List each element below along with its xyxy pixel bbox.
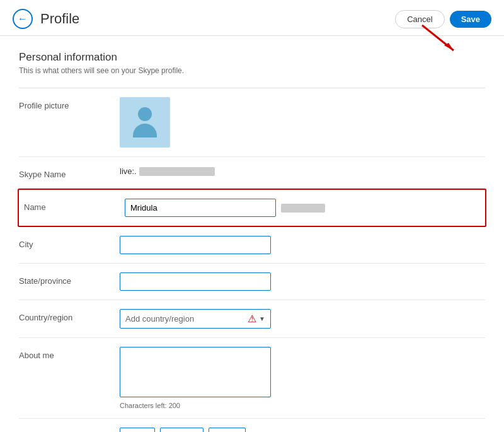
- person-icon: [133, 107, 157, 137]
- page-title: Profile: [40, 11, 395, 27]
- name-surname-blurred: [281, 204, 325, 213]
- warning-icon: ⚠: [248, 313, 256, 325]
- state-label: State/province: [19, 272, 120, 286]
- city-label: City: [19, 236, 120, 249]
- birthday-label: Birthday: [19, 428, 120, 432]
- birthday-month-select[interactable]: Month ▼: [160, 428, 203, 432]
- name-input[interactable]: [125, 199, 276, 217]
- char-count: Characters left: 200: [120, 402, 485, 409]
- skype-name-value: live:.: [120, 166, 485, 176]
- country-label: Country/region: [19, 309, 120, 322]
- about-label: About me: [19, 347, 120, 360]
- city-row: City: [19, 227, 485, 264]
- birthday-wrap: Day ▼ Month ▼ Year ▼: [120, 428, 485, 432]
- save-button[interactable]: Save: [450, 11, 491, 28]
- state-input[interactable]: [120, 272, 271, 291]
- profile-picture-row: Profile picture: [19, 88, 485, 157]
- name-value[interactable]: [125, 199, 480, 217]
- profile-picture-label: Profile picture: [19, 97, 120, 110]
- birthday-day-select[interactable]: Day ▼: [120, 428, 155, 432]
- city-value[interactable]: [120, 236, 485, 254]
- person-head: [138, 107, 152, 121]
- form-section: Profile picture Skype Name live:. Name: [19, 88, 485, 432]
- content-area: Personal information This is what others…: [0, 36, 504, 432]
- name-row: Name: [18, 189, 486, 227]
- about-value[interactable]: Characters left: 200: [120, 347, 485, 409]
- cancel-button[interactable]: Cancel: [395, 10, 444, 28]
- country-row: Country/region Add country/region ⚠ ▼: [19, 300, 485, 338]
- country-icons: ⚠ ▼: [248, 313, 265, 325]
- country-placeholder: Add country/region: [125, 314, 194, 324]
- city-input[interactable]: [120, 236, 271, 254]
- country-value[interactable]: Add country/region ⚠ ▼: [120, 309, 485, 329]
- state-value[interactable]: [120, 272, 485, 291]
- skype-name-blurred: [139, 167, 215, 176]
- country-dropdown-arrow: ▼: [259, 315, 265, 322]
- birthday-value: Day ▼ Month ▼ Year ▼: [120, 428, 485, 432]
- skype-name-text: live:.: [120, 163, 137, 180]
- page-header: ← Profile Cancel Save: [0, 0, 504, 36]
- birthday-year-select[interactable]: Year ▼: [209, 428, 246, 432]
- profile-picture-value[interactable]: [120, 97, 485, 148]
- person-body: [133, 124, 157, 137]
- country-select[interactable]: Add country/region ⚠ ▼: [120, 309, 271, 329]
- back-button[interactable]: ←: [13, 9, 33, 29]
- section-title: Personal information: [19, 51, 485, 64]
- header-actions: Cancel Save: [395, 10, 491, 28]
- section-subtitle: This is what others will see on your Sky…: [19, 66, 485, 75]
- skype-name-row: Skype Name live:.: [19, 157, 485, 189]
- about-textarea[interactable]: [120, 347, 271, 397]
- birthday-row: Birthday Day ▼ Month ▼ Year ▼: [19, 419, 485, 432]
- skype-name-label: Skype Name: [19, 166, 120, 179]
- about-row: About me Characters left: 200: [19, 338, 485, 419]
- profile-picture-container[interactable]: [120, 97, 170, 148]
- state-row: State/province: [19, 264, 485, 300]
- name-label: Name: [24, 199, 125, 212]
